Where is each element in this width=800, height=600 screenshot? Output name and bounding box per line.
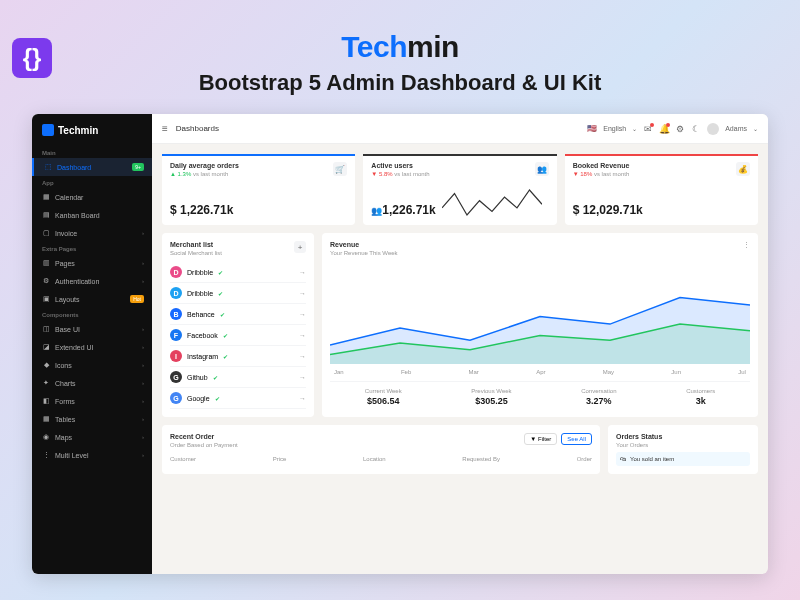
merchant-name: Github	[187, 374, 208, 381]
sidebar-item-tables[interactable]: ▦Tables›	[32, 410, 152, 428]
more-icon[interactable]: ⋮	[743, 241, 750, 256]
filter-button[interactable]: ▼ Filter	[524, 433, 557, 445]
mini-line-chart	[442, 187, 542, 217]
cart-icon: 🛒	[333, 162, 347, 176]
sidebar-label: Charts	[55, 380, 76, 387]
merchant-list: Merchant list Social Merchant list + DDr…	[162, 233, 314, 417]
merchant-item[interactable]: GGoogle ✔→	[170, 388, 306, 409]
sidebar-item-baseui[interactable]: ◫Base UI›	[32, 320, 152, 338]
stat-label: Previous Week	[471, 388, 511, 394]
revenue-icon: 💰	[736, 162, 750, 176]
recent-sub: Order Based on Payment	[170, 442, 238, 448]
sidebar-item-maps[interactable]: ◉Maps›	[32, 428, 152, 446]
merchant-icon: D	[170, 266, 182, 278]
card-title: Daily average orders	[170, 162, 239, 169]
card-booked-revenue: Booked Revenue ▼ 18% vs last month 💰 $ 1…	[565, 154, 758, 225]
stat-value: 3k	[686, 396, 715, 406]
topbar: ≡ Dashboards 🇺🇸 English ⌄ ✉ 🔔 ⚙ ☾ Adams …	[152, 114, 768, 144]
sidebar-item-icons[interactable]: ◆Icons›	[32, 356, 152, 374]
merchant-name: Instagram	[187, 353, 218, 360]
badge: 9+	[132, 163, 144, 171]
merchant-icon: D	[170, 287, 182, 299]
revenue-stat: Previous Week$305.25	[471, 388, 511, 406]
merchant-item[interactable]: IInstagram ✔→	[170, 346, 306, 367]
sidebar-section-main: Main	[32, 146, 152, 158]
merchant-item[interactable]: FFacebook ✔→	[170, 325, 306, 346]
bell-icon[interactable]: 🔔	[659, 124, 669, 134]
month-label: Jan	[334, 369, 344, 375]
merchant-icon: I	[170, 350, 182, 362]
sidebar-label: Base UI	[55, 326, 80, 333]
column-header: Order	[577, 456, 592, 462]
avatar[interactable]	[707, 123, 719, 135]
arrow-right-icon: →	[299, 290, 306, 297]
verify-icon: ✔	[223, 353, 228, 360]
pages-icon: ▥	[42, 259, 50, 267]
chevron-down-icon[interactable]: ⌄	[753, 125, 758, 132]
stat-label: Current Week	[365, 388, 402, 394]
content: Daily average orders ▲ 1.3% vs last mont…	[152, 144, 768, 574]
arrow-right-icon: →	[299, 311, 306, 318]
sidebar-label: Layouts	[55, 296, 80, 303]
add-merchant-button[interactable]: +	[294, 241, 306, 253]
dashboard-icon: ⬚	[44, 163, 52, 171]
topbar-left: ≡ Dashboards	[162, 123, 219, 134]
moon-icon[interactable]: ☾	[691, 124, 701, 134]
dashboard: Techmin Main ⬚Dashboard9+ App ▦Calendar …	[32, 114, 768, 574]
merchant-item[interactable]: GGithub ✔→	[170, 367, 306, 388]
sidebar-item-forms[interactable]: ◧Forms›	[32, 392, 152, 410]
maps-icon: ◉	[42, 433, 50, 441]
user-name[interactable]: Adams	[725, 125, 747, 132]
sidebar-label: Extended UI	[55, 344, 94, 351]
sidebar-item-kanban[interactable]: ▤Kanban Board	[32, 206, 152, 224]
chevron-right-icon: ›	[142, 398, 144, 404]
sidebar-item-charts[interactable]: ✦Charts›	[32, 374, 152, 392]
card-accent	[565, 154, 758, 156]
sidebar-label: Icons	[55, 362, 72, 369]
sidebar-logo[interactable]: Techmin	[32, 114, 152, 146]
sidebar-item-auth[interactable]: ⚙Authentication›	[32, 272, 152, 290]
card-value: $ 12,029.71k	[573, 203, 643, 217]
sidebar-item-dashboard[interactable]: ⬚Dashboard9+	[32, 158, 152, 176]
merchant-item[interactable]: DDribbble ✔→	[170, 262, 306, 283]
sidebar-section-extra: Extra Pages	[32, 242, 152, 254]
stat-label: Customers	[686, 388, 715, 394]
page-title: Dashboards	[176, 124, 219, 133]
lang-label[interactable]: English	[603, 125, 626, 132]
merchant-item[interactable]: DDribbble ✔→	[170, 283, 306, 304]
menu-icon[interactable]: ≡	[162, 123, 168, 134]
notif-dot	[666, 123, 670, 127]
sidebar-item-extui[interactable]: ◪Extended UI›	[32, 338, 152, 356]
see-all-button[interactable]: See All	[561, 433, 592, 445]
revenue-title: Revenue	[330, 241, 398, 248]
sidebar-label: Kanban Board	[55, 212, 100, 219]
merchant-name: Facebook	[187, 332, 218, 339]
stat-label: Conversation	[581, 388, 616, 394]
sidebar-item-pages[interactable]: ▥Pages›	[32, 254, 152, 272]
hero: Techmin Bootstrap 5 Admin Dashboard & UI…	[0, 0, 800, 114]
gear-icon[interactable]: ⚙	[675, 124, 685, 134]
merchant-item[interactable]: BBehance ✔→	[170, 304, 306, 325]
card-accent	[363, 154, 556, 156]
merchant-name: Dribbble	[187, 290, 213, 297]
topbar-right: 🇺🇸 English ⌄ ✉ 🔔 ⚙ ☾ Adams ⌄	[587, 123, 758, 135]
month-label: Mar	[469, 369, 479, 375]
sidebar-item-layouts[interactable]: ▣LayoutsHot	[32, 290, 152, 308]
invoice-icon: ▢	[42, 229, 50, 237]
users-icon: 👥	[535, 162, 549, 176]
chevron-down-icon[interactable]: ⌄	[632, 125, 637, 132]
badge-hot: Hot	[130, 295, 144, 303]
stat-cards: Daily average orders ▲ 1.3% vs last mont…	[162, 154, 758, 225]
merchant-icon: B	[170, 308, 182, 320]
chevron-right-icon: ›	[142, 362, 144, 368]
sidebar: Techmin Main ⬚Dashboard9+ App ▦Calendar …	[32, 114, 152, 574]
month-label: May	[603, 369, 614, 375]
sidebar-label: Maps	[55, 434, 72, 441]
arrow-right-icon: →	[299, 395, 306, 402]
flag-icon[interactable]: 🇺🇸	[587, 124, 597, 133]
sidebar-item-calendar[interactable]: ▦Calendar	[32, 188, 152, 206]
logo-icon	[42, 124, 54, 136]
sidebar-item-multi[interactable]: ⋮Multi Level›	[32, 446, 152, 464]
sidebar-item-invoice[interactable]: ▢Invoice›	[32, 224, 152, 242]
mail-icon[interactable]: ✉	[643, 124, 653, 134]
